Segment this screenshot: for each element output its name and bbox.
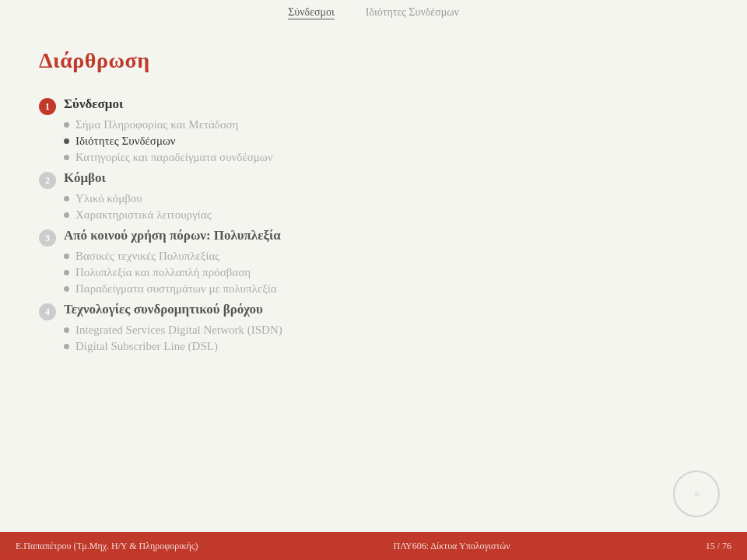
sub-item: Digital Subscriber Line (DSL): [64, 340, 708, 353]
sub-item-text: Κατηγορίες και παραδείγματα συνδέσμων: [75, 151, 273, 164]
section-number: 4: [39, 303, 56, 320]
university-seal: ⚙: [673, 471, 720, 517]
logo-watermark: ⚙: [673, 471, 720, 517]
page-title: Διάρθρωση: [39, 48, 708, 73]
outline-section: 3Από κοινού χρήση πόρων: ΠολυπλεξίαΒασικ…: [39, 228, 708, 296]
sub-items-list: Βασικές τεχνικές ΠολυπλεξίαςΠολυπλεξία κ…: [64, 250, 708, 296]
footer-page: 15 / 76: [706, 541, 731, 552]
sub-item-text: Digital Subscriber Line (DSL): [75, 340, 218, 353]
sub-item-text: Χαρακτηριστικά λειτουργίας: [75, 208, 212, 222]
bullet-icon: [64, 122, 69, 128]
bullet-icon: [64, 138, 69, 144]
bullet-icon: [64, 155, 69, 160]
sub-item: Κατηγορίες και παραδείγματα συνδέσμων: [64, 151, 708, 164]
sub-item-text: Υλικό κόμβου: [75, 192, 142, 205]
sub-item-text: Βασικές τεχνικές Πολυπλεξίας: [75, 250, 219, 263]
section-title: Από κοινού χρήση πόρων: Πολυπλεξία: [64, 228, 281, 243]
sub-items-list: Integrated Services Digital Network (ISD…: [64, 324, 708, 353]
bullet-icon: [64, 254, 69, 259]
sub-items-list: Υλικό κόμβουΧαρακτηριστικά λειτουργίας: [64, 192, 708, 222]
bullet-icon: [64, 212, 69, 218]
sub-item: Ιδιότητες Συνδέσμων: [64, 135, 708, 148]
section-title: Τεχνολογίες συνδρομητικού βρόχου: [64, 302, 263, 317]
section-title: Σύνδεσμοι: [64, 96, 123, 112]
bullet-icon: [64, 286, 69, 292]
outline-section: 4Τεχνολογίες συνδρομητικού βρόχουIntegra…: [39, 302, 708, 353]
sub-item: Πολυπλεξία και πολλαπλή πρόσβαση: [64, 266, 708, 279]
footer-course: ΠΛΥ606: Δίκτυα Υπολογιστών: [393, 541, 510, 552]
bullet-icon: [64, 270, 69, 275]
outline-section: 2ΚόμβοιΥλικό κόμβουΧαρακτηριστικά λειτου…: [39, 170, 708, 222]
section-number: 3: [39, 229, 56, 247]
section-number: 2: [39, 172, 56, 189]
main-content: Διάρθρωση 1ΣύνδεσμοιΣήμα Πληροφορίας και…: [0, 25, 747, 532]
outline-list: 1ΣύνδεσμοιΣήμα Πληροφορίας και ΜετάδοσηΙ…: [39, 96, 708, 353]
footer-bar: Ε.Παπαπέτρου (Τμ.Μηχ. Η/Υ & Πληροφορικής…: [0, 532, 747, 560]
sub-item: Βασικές τεχνικές Πολυπλεξίας: [64, 250, 708, 263]
sub-items-list: Σήμα Πληροφορίας και ΜετάδοσηΙδιότητες Σ…: [64, 118, 708, 164]
sub-item: Υλικό κόμβου: [64, 192, 708, 205]
section-header: 3Από κοινού χρήση πόρων: Πολυπλεξία: [39, 228, 708, 247]
section-number: 1: [39, 98, 56, 115]
section-header: 4Τεχνολογίες συνδρομητικού βρόχου: [39, 302, 708, 320]
sub-item-text: Παραδείγματα συστημάτων με πολυπλεξία: [75, 282, 277, 296]
top-navigation: ΣύνδεσμοιΙδιότητες Συνδέσμων: [0, 0, 747, 25]
outline-section: 1ΣύνδεσμοιΣήμα Πληροφορίας και ΜετάδοσηΙ…: [39, 96, 708, 164]
sub-item: Σήμα Πληροφορίας και Μετάδοση: [64, 118, 708, 131]
sub-item-text: Πολυπλεξία και πολλαπλή πρόσβαση: [75, 266, 251, 279]
sub-item: Παραδείγματα συστημάτων με πολυπλεξία: [64, 282, 708, 296]
sub-item-text: Σήμα Πληροφορίας και Μετάδοση: [75, 118, 238, 131]
nav-item[interactable]: Σύνδεσμοι: [288, 6, 335, 19]
bullet-icon: [64, 196, 69, 201]
sub-item: Integrated Services Digital Network (ISD…: [64, 324, 708, 337]
sub-item-text: Integrated Services Digital Network (ISD…: [75, 324, 282, 337]
sub-item-text: Ιδιότητες Συνδέσμων: [75, 135, 176, 148]
section-header: 2Κόμβοι: [39, 170, 708, 189]
section-title: Κόμβοι: [64, 170, 106, 186]
bullet-icon: [64, 327, 69, 333]
nav-item[interactable]: Ιδιότητες Συνδέσμων: [366, 6, 459, 19]
sub-item: Χαρακτηριστικά λειτουργίας: [64, 208, 708, 222]
footer-author: Ε.Παπαπέτρου (Τμ.Μηχ. Η/Υ & Πληροφορικής…: [16, 541, 198, 552]
bullet-icon: [64, 344, 69, 349]
section-header: 1Σύνδεσμοι: [39, 96, 708, 115]
